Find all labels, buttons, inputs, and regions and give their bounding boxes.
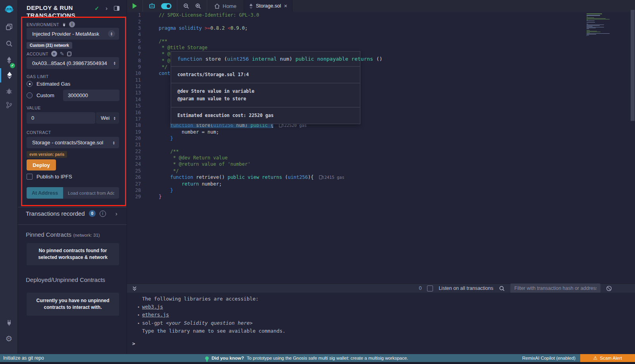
custom-gas-input[interactable]: [63, 90, 119, 101]
code-area: 1// SPDX-License-Identifier: GPL-3.023pr…: [127, 12, 635, 284]
evm-version-badge: evm version: paris: [27, 151, 67, 158]
code-line[interactable]: 21: [127, 142, 635, 148]
terminal-link[interactable]: web3.js: [142, 304, 163, 310]
code-line[interactable]: 4: [127, 31, 635, 38]
terminal-link[interactable]: ethers.js: [142, 312, 169, 318]
tooltip-gas: Estimated execution cost: 22520 gas: [171, 107, 360, 124]
listen-all-checkbox[interactable]: [427, 285, 433, 291]
editor-scrollbar[interactable]: [631, 10, 635, 121]
terminal-tx-count: 0: [419, 285, 421, 291]
editor-region: Home Storage.sol 1// SPDX-License-Identi…: [127, 0, 635, 354]
remix-ide-window: ✓ DEPLOY & RUN TRANSACTIONS ENVIRONMENT: [0, 0, 635, 364]
environment-select[interactable]: Injected Provider - MetaMask: [27, 28, 119, 40]
code-line[interactable]: 29}: [127, 193, 635, 200]
terminal-prompt[interactable]: >: [127, 341, 635, 347]
code-line[interactable]: 25 */: [127, 168, 635, 174]
code-line[interactable]: 24 * @return value of 'number': [127, 161, 635, 167]
copilot-toggle[interactable]: [161, 3, 171, 9]
code-line[interactable]: 19 number = num;: [127, 128, 635, 135]
value-unit-select[interactable]: Wei: [96, 112, 119, 124]
debugger-icon[interactable]: [0, 84, 18, 98]
line-number: 21: [127, 142, 149, 148]
git-icon[interactable]: [0, 98, 18, 112]
select-arrows-icon: [108, 30, 115, 37]
code-line[interactable]: 20 }: [127, 135, 635, 142]
settings-gear-icon[interactable]: [0, 331, 18, 346]
git-init-status[interactable]: Initialize as git repo: [3, 354, 44, 362]
zoom-in-icon[interactable]: [195, 3, 201, 9]
copilot-status[interactable]: RemixAI Copilot (enabled): [522, 354, 575, 362]
plug-icon[interactable]: [62, 22, 66, 27]
copy-account-icon[interactable]: [67, 52, 71, 56]
tooltip-path: contracts/Storage.sol 17:4: [171, 66, 360, 83]
estimated-gas-radio[interactable]: Estimated Gas: [27, 81, 70, 87]
deploy-run-panel: DEPLOY & RUN TRANSACTIONS ENVIRONMENT In…: [18, 0, 127, 354]
terminal-collapse-icon[interactable]: [132, 285, 137, 291]
terminal-filter-input[interactable]: [510, 284, 600, 293]
environment-info-icon[interactable]: [69, 21, 75, 27]
code-line[interactable]: 1// SPDX-License-Identifier: GPL-3.0: [127, 12, 635, 18]
unpinned-empty-message: Currently you have no unpinned contracts…: [27, 293, 119, 316]
line-number: 1: [127, 12, 149, 18]
code-line[interactable]: 3pragma solidity >=0.8.2 <0.9.0;: [127, 25, 635, 31]
deploy-run-icon[interactable]: [0, 68, 18, 82]
value-input[interactable]: [27, 112, 95, 124]
code-line[interactable]: 5/**: [127, 38, 635, 44]
terminal-output[interactable]: The following libraries are accessible:w…: [127, 293, 635, 354]
ai-copilot-robot-icon[interactable]: [148, 3, 156, 9]
solidity-compiler-icon[interactable]: ✓: [0, 53, 18, 67]
search-icon[interactable]: [0, 36, 18, 51]
tab-storage-sol[interactable]: Storage.sol: [244, 0, 292, 12]
editor-minimap[interactable]: [587, 13, 610, 36]
zoom-out-icon[interactable]: [183, 3, 189, 9]
panel-chevron-icon[interactable]: [106, 5, 108, 11]
transactions-expand-icon[interactable]: [115, 210, 117, 217]
remix-logo-icon[interactable]: [0, 2, 18, 17]
terminal-line: ethers.js: [127, 311, 635, 319]
terminal-line: Type the library name to see available c…: [127, 327, 635, 335]
tab-home[interactable]: Home: [207, 0, 244, 12]
terminal-line: The following libraries are accessible:: [127, 295, 635, 303]
scam-alert-button[interactable]: Scam Alert: [580, 354, 635, 362]
custom-gas-radio[interactable]: Custom: [27, 92, 54, 98]
transactions-recorded-row[interactable]: Transactions recorded 0: [26, 210, 117, 217]
pin-panel-icon[interactable]: [114, 6, 119, 11]
line-number: 16: [127, 110, 149, 115]
compile-success-badge: ✓: [10, 63, 15, 68]
close-tab-icon[interactable]: [284, 3, 287, 9]
window-bottom-edge: [0, 362, 635, 364]
run-script-icon[interactable]: [133, 3, 137, 9]
contract-select[interactable]: Storage - contracts/Storage.sol: [27, 137, 119, 148]
add-account-icon[interactable]: [51, 51, 57, 57]
code-line[interactable]: 22 /**: [127, 148, 635, 155]
transactions-info-icon[interactable]: [100, 211, 106, 217]
file-explorer-icon[interactable]: [0, 20, 18, 34]
at-address-button[interactable]: At Address: [27, 187, 63, 199]
contract-label: CONTRACT: [27, 130, 51, 135]
account-select[interactable]: 0xA03...85ac4 (0.398673504934: [27, 57, 119, 69]
code-line[interactable]: 28 }: [127, 187, 635, 193]
edit-account-icon[interactable]: [60, 51, 64, 57]
terminal-lines: The following libraries are accessible:w…: [127, 295, 635, 335]
clear-terminal-icon[interactable]: [606, 285, 612, 291]
line-number: 9: [127, 64, 149, 70]
gas-limit-label: GAS LIMIT: [27, 74, 49, 79]
line-number: 6: [127, 45, 149, 50]
publish-ipfs-checkbox[interactable]: Publish to IPFS: [27, 174, 72, 180]
line-number: 10: [127, 71, 149, 76]
code-line[interactable]: 2: [127, 18, 635, 25]
line-number: 14: [127, 97, 149, 102]
plugin-manager-icon[interactable]: [0, 315, 18, 330]
line-number: 20: [127, 136, 149, 141]
unpinned-contracts-title: Deployed/Unpinned Contracts: [26, 276, 105, 283]
value-label: VALUE: [27, 105, 41, 110]
code-line[interactable]: 23 * @dev Return value: [127, 155, 635, 161]
gas-estimate-widget: 2415 gas: [319, 175, 344, 180]
code-line[interactable]: 6 * @title Storage: [127, 44, 635, 51]
code-line[interactable]: 27 return number;: [127, 180, 635, 187]
code-line[interactable]: 26 function retrieve() public view retur…: [127, 174, 635, 180]
line-number: 7: [127, 51, 149, 57]
deploy-button[interactable]: Deploy: [27, 159, 56, 171]
at-address-input[interactable]: [63, 187, 119, 199]
editor-tabbar: Home Storage.sol: [127, 0, 635, 12]
